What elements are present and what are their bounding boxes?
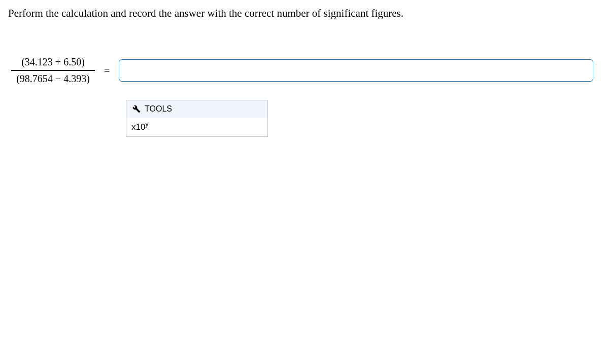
answer-input[interactable] — [119, 59, 593, 82]
equation-row: (34.123 + 6.50) (98.7654 − 4.393) = — [11, 56, 601, 85]
tools-panel: TOOLS x10y — [126, 100, 268, 137]
equals-sign: = — [102, 65, 112, 77]
wrench-icon — [132, 105, 141, 113]
fraction-numerator: (34.123 + 6.50) — [19, 56, 87, 70]
tool-sci-base: x10 — [131, 122, 145, 132]
tool-sci-exp: y — [145, 121, 148, 128]
question-prompt: Perform the calculation and record the a… — [8, 6, 601, 21]
fraction-denominator: (98.7654 − 4.393) — [14, 71, 92, 85]
tools-header: TOOLS — [126, 100, 267, 118]
fraction-expression: (34.123 + 6.50) (98.7654 − 4.393) — [11, 56, 95, 85]
tools-header-label: TOOLS — [145, 104, 172, 114]
tool-scientific-notation[interactable]: x10y — [126, 118, 267, 136]
